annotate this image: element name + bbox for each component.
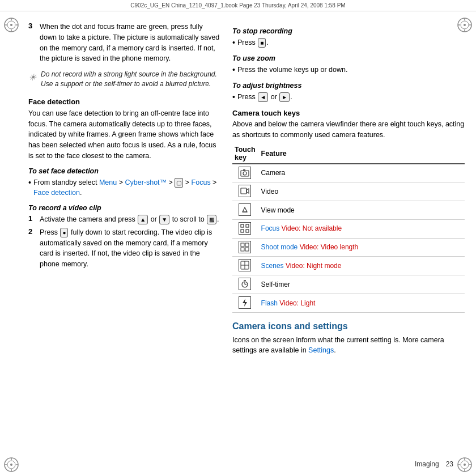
svg-point-2 [10, 24, 12, 26]
down-key-icon: ▼ [159, 215, 169, 224]
record-video-step1: 1 Activate the camera and press ▲ or ▼ t… [28, 214, 221, 225]
stop-recording-bullet: • Press ■. [232, 37, 465, 49]
table-cell-feature: Focus Video: Not available [259, 219, 465, 238]
record-step1-text: Activate the camera and press ▲ or ▼ to … [40, 214, 219, 225]
record-step2-text: Press ● fully down to start recording. T… [40, 227, 221, 270]
focus-touch-icon [239, 222, 251, 235]
record-step1-num: 1 [28, 214, 36, 225]
svg-point-16 [10, 464, 12, 466]
bullet-icon: • [28, 177, 31, 199]
corner-decoration-br [457, 457, 473, 473]
table-cell-icon [232, 294, 259, 313]
set-face-bullet: • From standby select Menu > Cyber-shot™… [28, 177, 221, 199]
svg-rect-38 [246, 230, 249, 232]
svg-rect-42 [245, 248, 249, 251]
zoom-bullet-icon: • [232, 64, 235, 76]
svg-marker-32 [246, 189, 249, 193]
table-row: Scenes Video: Night mode [232, 257, 465, 275]
selftimer-touch-icon [239, 278, 251, 290]
col-feature: Feature [259, 144, 465, 164]
header-text: C902c_UG_EN China_1210_4097_1.book Page … [130, 2, 345, 8]
svg-marker-33 [243, 207, 247, 212]
corner-decoration-bl [3, 457, 19, 473]
svg-point-9 [464, 24, 466, 26]
table-cell-feature: Camera [259, 164, 465, 182]
table-row: View mode [232, 201, 465, 220]
brightness-text: Press ◄ or ►. [237, 92, 292, 103]
svg-point-29 [243, 172, 246, 175]
step-3-text: When the dot and focus frame are green, … [40, 22, 221, 64]
svg-rect-41 [241, 248, 244, 251]
record-video-step2: 2 Press ● fully down to start recording.… [28, 227, 221, 270]
camera-icons-heading: Camera icons and settings [232, 321, 465, 333]
step-3: 3 When the dot and focus frame are green… [28, 22, 221, 64]
table-row: Self-timer [232, 275, 465, 294]
stop-recording-heading: To stop recording [232, 27, 465, 35]
svg-rect-40 [245, 243, 249, 246]
stop-bullet-icon: • [232, 37, 235, 49]
table-row: Focus Video: Not available [232, 219, 465, 238]
table-cell-feature: Video [259, 182, 465, 201]
stop-recording-text: Press ■. [237, 37, 269, 49]
page-content: 3 When the dot and focus frame are green… [0, 11, 476, 470]
table-row: Camera [232, 164, 465, 182]
footer-section: Imaging [415, 460, 439, 468]
corner-decoration-tr [457, 17, 473, 33]
zoom-heading: To use zoom [232, 54, 465, 62]
zoom-bullet: • Press the volume keys up or down. [232, 65, 465, 76]
brightness-heading: To adjust brightness [232, 82, 465, 90]
camera-touch-keys-body: Above and below the camera viewfinder th… [232, 119, 465, 141]
right-column: To stop recording • Press ■. To use zoom… [232, 22, 465, 465]
record-key-icon: ● [60, 228, 68, 237]
set-face-heading: To set face detection [28, 167, 221, 175]
set-face-bullet-text: From standby select Menu > Cyber-shot™ >… [33, 177, 221, 199]
table-header-row: Touch key Feature [232, 144, 465, 164]
face-detection-body: You can use face detection to bring an o… [28, 108, 221, 162]
step-3-number: 3 [28, 22, 36, 64]
svg-rect-37 [241, 230, 244, 232]
table-cell-icon [232, 182, 259, 201]
corner-decoration-tl [3, 17, 19, 33]
record-step2-num: 2 [28, 227, 36, 270]
flash-touch-icon [239, 296, 251, 309]
zoom-text: Press the volume keys up or down. [237, 65, 348, 76]
svg-rect-30 [243, 169, 245, 171]
camera-icons-body: Icons on the screen inform what the curr… [232, 335, 465, 356]
svg-rect-36 [246, 224, 249, 227]
camera-touch-icon [239, 167, 251, 179]
video-touch-icon [239, 185, 251, 197]
set-face-heading-text: To set face detection [28, 167, 99, 175]
table-cell-icon [232, 201, 259, 220]
scenes-touch-icon [239, 259, 251, 271]
table-cell-feature: Scenes Video: Night mode [259, 257, 465, 275]
bright-left-icon: ◄ [258, 92, 268, 102]
record-video-heading-text: To record a video clip [28, 204, 101, 212]
brightness-bullet-icon: • [232, 91, 235, 103]
left-column: 3 When the dot and focus frame are green… [28, 22, 221, 465]
face-detection-heading: Face detection [28, 97, 221, 106]
record-video-heading: To record a video clip [28, 204, 221, 212]
svg-rect-39 [241, 243, 244, 246]
col-touch-key: Touch key [232, 144, 259, 164]
warning-text: Do not record with a strong light source… [41, 70, 221, 90]
warning-box: ☀ Do not record with a strong light sour… [28, 70, 221, 90]
table-cell-feature: Self-timer [259, 275, 465, 294]
table-cell-icon [232, 257, 259, 275]
table-cell-icon [232, 238, 259, 257]
table-cell-icon [232, 219, 259, 238]
camera-touch-keys-heading: Camera touch keys [232, 109, 300, 117]
table-cell-icon [232, 164, 259, 182]
touch-key-table: Touch key Feature Camera [232, 144, 465, 313]
table-row: Shoot mode Video: Video length [232, 238, 465, 257]
table-cell-feature: Flash Video: Light [259, 294, 465, 313]
table-cell-feature: View mode [259, 201, 465, 220]
shootmode-touch-icon [239, 241, 251, 253]
footer: Imaging 23 [415, 460, 453, 468]
footer-page: 23 [446, 460, 453, 468]
bright-right-icon: ► [279, 92, 290, 102]
svg-marker-50 [243, 299, 247, 307]
table-cell-feature: Shoot mode Video: Video length [259, 238, 465, 257]
table-row: Video [232, 182, 465, 201]
header-bar: C902c_UG_EN China_1210_4097_1.book Page … [0, 0, 476, 11]
svg-point-23 [464, 464, 466, 466]
